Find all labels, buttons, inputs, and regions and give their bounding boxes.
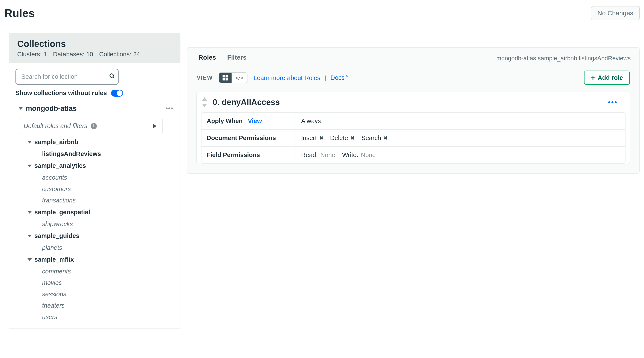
triangle-up-icon[interactable]: [202, 97, 207, 101]
db-name: sample_analytics: [34, 162, 86, 169]
chevron-down-icon: [28, 258, 32, 261]
doc-perms-label: Document Permissions: [202, 130, 296, 147]
main-content: Roles Filters mongodb-atlas:sample_airbn…: [180, 28, 644, 174]
breadcrumb: mongodb-atlas:sample_airbnb:listingsAndR…: [496, 55, 631, 62]
role-title: 0. denyAllAccess: [213, 98, 280, 107]
db-row-sample-mflix[interactable]: sample_mflix: [16, 253, 174, 266]
write-perm: Write: None: [342, 151, 376, 158]
collections-value: 24: [133, 51, 140, 58]
db-name: sample_guides: [34, 232, 80, 239]
db-row-sample-airbnb[interactable]: sample_airbnb: [16, 136, 174, 148]
sidebar-title: Collections: [17, 39, 172, 49]
coll-planets[interactable]: planets: [16, 242, 174, 253]
tab-roles[interactable]: Roles: [198, 54, 216, 63]
external-link-icon: ⇱: [346, 74, 349, 79]
perm-delete: Delete ✖: [330, 134, 355, 141]
coll-accounts[interactable]: accounts: [16, 172, 174, 183]
triangle-down-icon[interactable]: [202, 104, 207, 107]
link-divider: |: [324, 74, 326, 81]
db-row-sample-analytics[interactable]: sample_analytics: [16, 160, 174, 172]
x-icon: ✖: [384, 135, 388, 141]
db-name: sample_geospatial: [34, 209, 90, 216]
table-row: Apply When View Always: [202, 113, 625, 130]
db-row-sample-geospatial[interactable]: sample_geospatial: [16, 206, 174, 218]
sidebar-stats: Clusters: 1 Databases: 10 Collections: 2…: [17, 51, 172, 58]
datasource-menu-icon[interactable]: •••: [166, 105, 174, 112]
databases-label: Databases:: [53, 51, 85, 58]
view-grid-button[interactable]: [219, 73, 232, 83]
coll-movies[interactable]: movies: [16, 277, 174, 288]
page-title: Rules: [4, 7, 35, 20]
no-changes-button: No Changes: [591, 6, 640, 20]
info-icon[interactable]: i: [91, 123, 97, 129]
x-icon: ✖: [350, 135, 354, 141]
role-reorder: [202, 97, 207, 107]
clusters-label: Clusters:: [17, 51, 42, 58]
field-perms-label: Field Permissions: [202, 147, 296, 163]
role-table: Apply When View Always Document Permissi…: [201, 112, 626, 164]
chevron-right-icon: [153, 124, 156, 128]
datasource-row[interactable]: mongodb-atlas •••: [9, 98, 180, 116]
coll-sessions[interactable]: sessions: [16, 288, 174, 300]
coll-listingsAndReviews[interactable]: listingsAndReviews: [16, 148, 174, 160]
collections-label: Collections:: [99, 51, 132, 58]
apply-when-view-link[interactable]: View: [248, 117, 262, 124]
svg-line-1: [113, 77, 114, 78]
db-name: sample_mflix: [34, 256, 74, 263]
view-label: VIEW: [197, 74, 213, 81]
add-role-button[interactable]: + Add role: [584, 71, 630, 85]
apply-when-value: Always: [296, 113, 625, 130]
docs-link[interactable]: Docs⇱: [330, 74, 349, 81]
perm-insert: Insert ✖: [301, 134, 323, 141]
datasource-name: mongodb-atlas: [26, 104, 77, 112]
db-row-sample-guides[interactable]: sample_guides: [16, 230, 174, 242]
coll-customers[interactable]: customers: [16, 183, 174, 195]
search-icon[interactable]: [109, 73, 115, 80]
code-icon: </>: [235, 75, 244, 80]
table-row: Document Permissions Insert ✖ Delete ✖ S…: [202, 130, 625, 147]
sidebar: Collections Clusters: 1 Databases: 10 Co…: [0, 28, 180, 329]
perm-search: Search ✖: [361, 134, 388, 141]
plus-icon: +: [591, 74, 595, 81]
search-input[interactable]: [16, 69, 118, 85]
toggle-label: Show collections without rules: [16, 90, 107, 97]
sidebar-header: Collections Clusters: 1 Databases: 10 Co…: [8, 33, 180, 63]
coll-theaters[interactable]: theaters: [16, 300, 174, 311]
chevron-down-icon: [18, 107, 23, 110]
default-roles-label: Default roles and filters: [24, 122, 88, 129]
chevron-down-icon: [28, 211, 32, 214]
svg-point-0: [110, 74, 114, 77]
role-card: 0. denyAllAccess ••• Apply When View Alw…: [197, 92, 630, 164]
x-icon: ✖: [320, 135, 323, 141]
apply-when-label: Apply When: [207, 117, 243, 124]
learn-more-link[interactable]: Learn more about Roles: [254, 74, 320, 81]
clusters-value: 1: [44, 51, 47, 58]
tab-filters[interactable]: Filters: [227, 54, 246, 63]
view-code-button[interactable]: </>: [232, 73, 247, 83]
coll-shipwrecks[interactable]: shipwrecks: [16, 218, 174, 230]
add-role-label: Add role: [598, 74, 623, 81]
show-without-rules-toggle[interactable]: [111, 90, 123, 97]
chevron-down-icon: [28, 235, 32, 237]
role-menu-icon[interactable]: •••: [608, 98, 618, 106]
chevron-down-icon: [28, 164, 32, 167]
coll-users[interactable]: users: [16, 311, 174, 323]
databases-value: 10: [86, 51, 93, 58]
table-row: Field Permissions Read: None Write: None: [202, 147, 625, 163]
view-toggle: </>: [219, 72, 248, 83]
db-name: sample_airbnb: [34, 138, 78, 146]
coll-comments[interactable]: comments: [16, 266, 174, 277]
grid-icon: [222, 75, 228, 80]
read-perm: Read: None: [301, 151, 335, 158]
default-roles-row[interactable]: Default roles and filters i: [19, 118, 163, 134]
coll-transactions[interactable]: transactions: [16, 195, 174, 206]
chevron-down-icon: [28, 141, 32, 143]
